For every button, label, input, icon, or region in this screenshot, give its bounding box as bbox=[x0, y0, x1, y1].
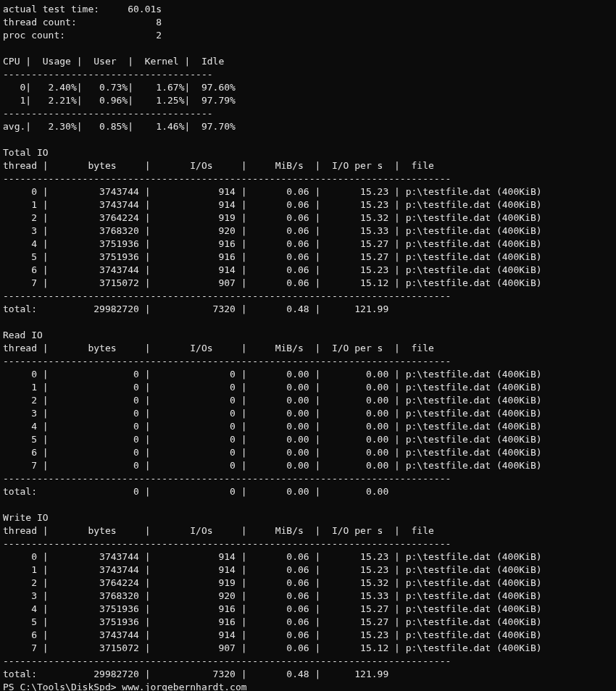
prompt-typed-command[interactable]: www.jorgebernhardt.com bbox=[117, 682, 247, 691]
terminal-output: actual test time: 60.01s thread count: 8… bbox=[0, 0, 616, 691]
prompt-path: PS C:\Tools\DiskSpd> bbox=[3, 682, 117, 691]
diskspd-output-text: actual test time: 60.01s thread count: 8… bbox=[3, 4, 542, 679]
powershell-prompt[interactable]: PS C:\Tools\DiskSpd> www.jorgebernhardt.… bbox=[3, 682, 247, 691]
